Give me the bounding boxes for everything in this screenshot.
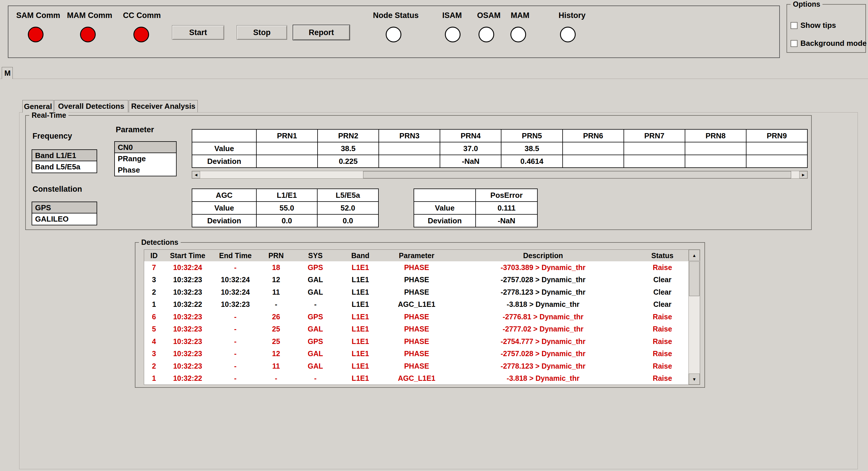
tab-general[interactable]: General xyxy=(22,100,54,113)
det-cell-status: Raise xyxy=(636,263,689,272)
agc-value-row: Value 55.0 52.0 xyxy=(192,201,378,214)
vscrollbar-thumb[interactable] xyxy=(689,261,700,296)
det-cell-parameter: PHASE xyxy=(383,276,451,284)
detections-table-row[interactable]: 2 10:32:23 10:32:24 11 GAL L1E1 PHASE -2… xyxy=(144,286,689,299)
det-cell-start-time: 10:32:23 xyxy=(164,325,211,333)
osam-label: OSAM xyxy=(477,11,501,20)
scroll-up-button[interactable]: ▲ xyxy=(689,250,700,261)
agc-table: AGC L1/E1 L5/E5a Value 55.0 52.0 Deviati… xyxy=(192,189,379,227)
det-cell-prn: 26 xyxy=(259,313,293,321)
background-mode-checkbox[interactable] xyxy=(790,40,798,47)
det-cell-band: L1E1 xyxy=(338,325,383,333)
osam-indicator-icon xyxy=(478,27,494,42)
agc-value-row-label: Value xyxy=(192,201,256,214)
det-cell-sys: GAL xyxy=(293,276,338,284)
det-cell-band: L1E1 xyxy=(338,313,383,321)
det-cell-sys: GAL xyxy=(293,288,338,296)
det-cell-sys: GPS xyxy=(293,263,338,272)
scroll-up-icon: ▲ xyxy=(692,253,696,258)
det-cell-id: 3 xyxy=(144,349,164,358)
parameter-item-cn0[interactable]: CN0 xyxy=(115,142,176,153)
prn-deviation-cell xyxy=(256,155,317,168)
detections-table-row[interactable]: 1 10:32:22 10:32:23 - - L1E1 AGC_L1E1 -3… xyxy=(144,299,689,311)
detections-table-row[interactable]: 3 10:32:23 - 12 GAL L1E1 PHASE -2757.028… xyxy=(144,348,689,360)
det-col-id: ID xyxy=(144,251,164,260)
prn5-header: PRN5 xyxy=(501,129,562,142)
det-cell-sys: GAL xyxy=(293,349,338,358)
det-cell-id: 4 xyxy=(144,337,164,346)
poserror-deviation-row-label: Deviation xyxy=(414,214,476,227)
det-cell-description: -2757.028 > Dynamic_thr xyxy=(451,349,636,358)
isam-indicator-icon xyxy=(445,27,461,42)
detections-vscrollbar[interactable]: ▲ ▼ xyxy=(688,250,700,384)
det-cell-id: 1 xyxy=(144,374,164,382)
constellation-item-galileo[interactable]: GALILEO xyxy=(32,214,97,225)
parameter-label: Parameter xyxy=(116,125,154,134)
detections-table: ID Start Time End Time PRN SYS Band Para… xyxy=(144,249,700,385)
detections-table-row[interactable]: 2 10:32:23 - 11 GAL L1E1 PHASE -2778.123… xyxy=(144,360,689,372)
scroll-down-button[interactable]: ▼ xyxy=(689,374,700,384)
detections-table-row[interactable]: 5 10:32:23 - 25 GAL L1E1 PHASE -2777.02 … xyxy=(144,323,689,336)
det-cell-end-time: - xyxy=(211,263,259,272)
detections-table-row[interactable]: 4 10:32:23 - 25 GPS L1E1 PHASE -2754.777… xyxy=(144,335,689,348)
stop-button[interactable]: Stop xyxy=(237,25,287,40)
parameter-item-phase[interactable]: Phase xyxy=(115,164,176,176)
det-cell-prn: 11 xyxy=(259,362,293,370)
scroll-right-button[interactable]: ► xyxy=(799,171,807,178)
constellation-item-gps[interactable]: GPS xyxy=(32,202,97,214)
det-cell-id: 5 xyxy=(144,325,164,333)
agc-l5e5a-header: L5/E5a xyxy=(317,189,378,201)
start-button[interactable]: Start xyxy=(172,25,224,40)
det-cell-id: 7 xyxy=(144,263,164,272)
history-label: History xyxy=(559,11,586,20)
det-cell-id: 6 xyxy=(144,313,164,321)
det-col-sys: SYS xyxy=(293,251,338,260)
detections-table-row[interactable]: 3 10:32:23 10:32:24 12 GAL L1E1 PHASE -2… xyxy=(144,274,689,286)
constellation-label: Constellation xyxy=(32,185,82,194)
det-cell-end-time: 10:32:23 xyxy=(211,300,259,309)
det-cell-start-time: 10:32:23 xyxy=(164,362,211,370)
det-cell-prn: - xyxy=(259,300,293,309)
det-cell-prn: 12 xyxy=(259,349,293,358)
agc-value-l5e5a: 52.0 xyxy=(317,201,378,214)
outer-tab-m[interactable]: M xyxy=(2,67,13,79)
prn-deviation-row: Deviation 0.225 -NaN 0.4614 xyxy=(192,155,807,168)
app-window: { "window": { "bg": "#d6d3ce", "alert_co… xyxy=(0,0,868,471)
poserror-table: PosError Value 0.111 Deviation -NaN xyxy=(413,189,538,227)
show-tips-checkbox[interactable] xyxy=(790,22,798,29)
det-cell-prn: 12 xyxy=(259,276,293,284)
det-cell-band: L1E1 xyxy=(338,337,383,346)
frequency-item-band-l1e1[interactable]: Band L1/E1 xyxy=(32,150,97,161)
det-col-end-time: End Time xyxy=(211,251,259,260)
det-cell-parameter: PHASE xyxy=(383,288,451,296)
prn-deviation-row-label: Deviation xyxy=(192,155,256,168)
det-cell-end-time: - xyxy=(211,337,259,346)
det-cell-band: L1E1 xyxy=(338,374,383,382)
det-col-status: Status xyxy=(636,251,689,260)
det-cell-end-time: - xyxy=(211,362,259,370)
report-button[interactable]: Report xyxy=(292,25,350,40)
detections-table-row[interactable]: 1 10:32:22 - - - L1E1 AGC_L1E1 -3.818 > … xyxy=(144,372,689,385)
det-cell-description: -3.818 > Dynamic_thr xyxy=(451,374,636,382)
tab-overall-detections[interactable]: Overall Detections xyxy=(54,100,128,112)
outer-tab-baseline xyxy=(0,78,868,79)
det-cell-prn: - xyxy=(259,374,293,382)
detections-table-row[interactable]: 7 10:32:24 - 18 GPS L1E1 PHASE -3703.389… xyxy=(144,261,689,274)
detections-table-row[interactable]: 6 10:32:23 - 26 GPS L1E1 PHASE -2776.81 … xyxy=(144,311,689,323)
node-status-label: Node Status xyxy=(373,11,419,20)
prn-header-row: PRN1 PRN2 PRN3 PRN4 PRN5 PRN6 PRN7 PRN8 … xyxy=(192,129,807,142)
det-cell-parameter: PHASE xyxy=(383,263,451,272)
det-cell-status: Raise xyxy=(636,362,689,370)
frequency-item-band-l5e5a[interactable]: Band L5/E5a xyxy=(32,161,97,172)
det-cell-start-time: 10:32:23 xyxy=(164,337,211,346)
prn-table-hscrollbar[interactable]: ◄ ► xyxy=(192,171,808,179)
hscrollbar-thumb[interactable] xyxy=(363,171,791,178)
det-cell-parameter: AGC_L1E1 xyxy=(383,300,451,309)
det-cell-id: 2 xyxy=(144,362,164,370)
det-cell-sys: GAL xyxy=(293,362,338,370)
parameter-item-prange[interactable]: PRange xyxy=(115,153,176,164)
scroll-left-button[interactable]: ◄ xyxy=(192,171,200,178)
tab-receiver-analysis[interactable]: Receiver Analysis xyxy=(129,100,198,112)
detections-header-row: ID Start Time End Time PRN SYS Band Para… xyxy=(144,250,689,261)
det-cell-parameter: PHASE xyxy=(383,325,451,333)
